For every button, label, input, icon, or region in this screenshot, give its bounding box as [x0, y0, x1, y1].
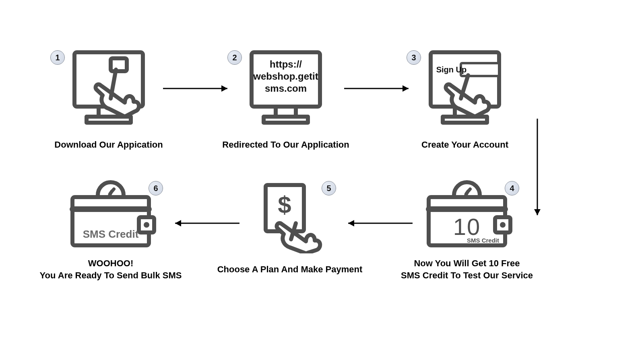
step-num: 1: [55, 53, 60, 62]
step-caption: Download Our Appication: [34, 139, 183, 151]
monitor-url-text: https:// webshop.getit sms.com: [211, 58, 360, 95]
step-5: 5 $ Choose A Plan And Make Payment: [215, 179, 364, 253]
arrow-down-icon: [531, 117, 543, 221]
step-badge-4: 4: [505, 181, 519, 195]
wallet-text: SMS Credit: [36, 228, 185, 241]
url-line: webshop.getit: [211, 70, 360, 82]
step-badge-1: 1: [50, 50, 65, 65]
step-caption: Create Your Account: [390, 139, 539, 151]
step-badge-5: 5: [322, 181, 336, 195]
wallet-contents: 10 SMS Credit: [392, 213, 541, 244]
step-6: 6 SMS Credit WOOHOO! You Are Ready To Se…: [36, 179, 185, 251]
caption-line: Now You Will Get 10 Free: [392, 257, 541, 269]
svg-text:$: $: [278, 191, 291, 218]
arrow-left-icon: [169, 217, 242, 229]
step-caption: Choose A Plan And Make Payment: [215, 263, 364, 276]
monitor-signup-icon: [421, 46, 509, 127]
svg-point-16: [144, 222, 149, 228]
svg-marker-26: [175, 220, 181, 226]
arrow-icon: [342, 82, 415, 95]
monitor-click-icon: [64, 46, 153, 127]
step-num: 5: [326, 184, 331, 193]
url-line: https://: [211, 58, 360, 70]
step-caption: Redirected To Our Application: [211, 139, 360, 151]
step-num: 3: [411, 53, 416, 62]
step-4: 4 10 SMS Credit Now You Will Get 10 Free…: [392, 179, 541, 251]
caption-line: SMS Credit To Test Our Service: [392, 269, 541, 282]
svg-marker-22: [534, 209, 541, 215]
svg-marker-20: [402, 85, 409, 92]
step-2: 2 https:// webshop.getit sms.com Redirec…: [211, 46, 360, 127]
step-caption: WOOHOO! You Are Ready To Send Bulk SMS: [36, 257, 185, 281]
process-diagram: 1 Download Our Appication 2 https://: [0, 0, 644, 362]
wallet-sms-icon: [64, 179, 157, 251]
caption-line: WOOHOO!: [36, 257, 185, 269]
step-num: 4: [510, 184, 514, 193]
signup-button-label: Sign Up: [432, 65, 471, 74]
svg-rect-1: [111, 58, 127, 71]
wallet-subtext: SMS Credit: [425, 237, 541, 244]
step-badge-3: 3: [407, 50, 421, 65]
url-line: sms.com: [211, 82, 360, 95]
caption-line: You Are Ready To Send Bulk SMS: [36, 269, 185, 282]
step-num: 6: [153, 184, 158, 193]
svg-marker-24: [348, 220, 354, 226]
wallet-number: 10: [453, 214, 481, 240]
arrow-left-icon: [342, 217, 415, 229]
svg-marker-18: [221, 85, 227, 92]
step-caption: Now You Will Get 10 Free SMS Credit To T…: [392, 257, 541, 281]
arrow-icon: [161, 82, 233, 95]
step-badge-6: 6: [149, 181, 163, 195]
